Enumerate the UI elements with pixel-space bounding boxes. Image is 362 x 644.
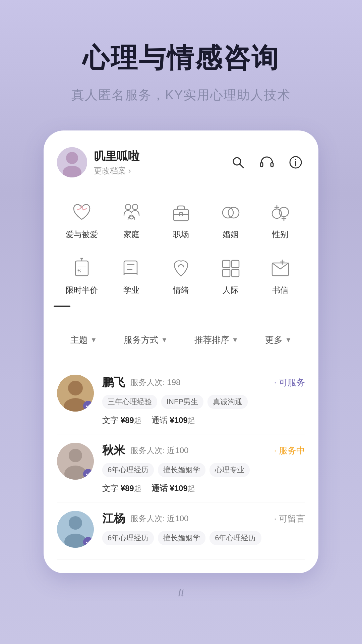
svg-point-43 xyxy=(69,516,82,530)
consultant-header-jiangyang: 江杨 服务人次: 近100 · 可留言 xyxy=(102,511,305,526)
consultant-count-pengfei: 服务人次: 198 xyxy=(130,377,180,388)
active-tab-indicator xyxy=(54,306,70,307)
filter-sort-label: 推荐排序 xyxy=(194,334,229,346)
filter-more-arrow: ▼ xyxy=(285,336,292,344)
search-icon[interactable] xyxy=(229,153,247,172)
call-price-qiumi: 通话 ¥109起 xyxy=(152,483,195,494)
filter-theme-arrow: ▼ xyxy=(90,336,97,344)
category-social[interactable]: 人际 xyxy=(206,250,255,302)
category-marriage[interactable]: 婚姻 xyxy=(206,194,255,247)
svg-text:½: ½ xyxy=(77,268,81,273)
profile-icons xyxy=(229,153,305,172)
tag-jiangyang-0: 6年心理经历 xyxy=(102,531,154,545)
svg-line-4 xyxy=(240,164,243,168)
consultant-card-jiangyang[interactable]: 江杨 服务人次: 近100 · 可留言 6年心理经历 擅长婚姻学 6年心理经历 xyxy=(57,502,305,560)
filter-service-type[interactable]: 服务方式 ▼ xyxy=(124,334,168,346)
consultant-name-jiangyang: 江杨 xyxy=(102,511,125,526)
work-icon xyxy=(169,201,193,224)
main-title: 心理与情感咨询 xyxy=(20,40,342,76)
consultant-tags-jiangyang: 6年心理经历 擅长婚姻学 6年心理经历 xyxy=(102,531,305,545)
consultant-name-pengfei: 鹏飞 xyxy=(102,375,125,390)
consultant-avatar-qiumi xyxy=(57,443,94,480)
consultant-status-pengfei: · 可服务 xyxy=(274,377,305,388)
svg-point-1 xyxy=(66,152,78,164)
discount-icon: ½ xyxy=(70,257,94,280)
consultant-tags-qiumi: 6年心理经历 擅长婚姻学 心理专业 xyxy=(102,463,305,477)
tag-qiumi-1: 擅长婚姻学 xyxy=(158,463,205,477)
consultant-avatar-pengfei xyxy=(57,375,94,412)
call-price-label2: 通话 xyxy=(152,484,170,493)
category-love-label: 爱与被爱 xyxy=(66,229,98,240)
svg-rect-29 xyxy=(223,260,230,268)
headphone-icon[interactable] xyxy=(257,153,276,172)
category-discount-label: 限时半价 xyxy=(66,285,98,296)
category-gender-label: 性别 xyxy=(272,229,288,240)
tag-qiumi-2: 心理专业 xyxy=(209,463,250,477)
filter-theme-label: 主题 xyxy=(70,334,88,346)
category-emotion[interactable]: 情绪 xyxy=(156,250,206,302)
filter-sort[interactable]: 推荐排序 ▼ xyxy=(194,334,239,346)
consultant-card-qiumi[interactable]: 秋米 服务人次: 近100 · 服务中 6年心理经历 擅长婚姻学 心理专业 文字… xyxy=(57,434,305,502)
filter-bar: 主题 ▼ 服务方式 ▼ 推荐排序 ▼ 更多 ▼ xyxy=(57,327,305,356)
consultant-count-jiangyang: 服务人次: 近100 xyxy=(130,513,188,524)
profile-edit-link[interactable]: 更改档案 › xyxy=(94,165,139,176)
consultant-name-qiumi: 秋米 xyxy=(102,443,125,458)
svg-rect-5 xyxy=(260,163,263,167)
category-grid-row2: ½ 限时半价 学业 xyxy=(57,250,305,302)
category-study[interactable]: 学业 xyxy=(107,250,156,302)
category-gender[interactable]: 性别 xyxy=(255,194,305,247)
consultant-avatar-jiangyang xyxy=(57,511,94,548)
call-price-label: 通话 xyxy=(152,416,170,425)
svg-rect-13 xyxy=(174,209,188,221)
bottom-hint: It xyxy=(178,573,184,606)
category-love[interactable]: 爱与被爱 xyxy=(57,194,107,247)
call-price-pengfei: 通话 ¥109起 xyxy=(152,415,195,426)
category-family[interactable]: 家庭 xyxy=(107,194,156,247)
user-avatar[interactable] xyxy=(57,147,87,177)
filter-service-arrow: ▼ xyxy=(161,336,168,344)
tag-qiumi-0: 6年心理经历 xyxy=(102,463,154,477)
filter-theme[interactable]: 主题 ▼ xyxy=(70,334,97,346)
tag-jiangyang-2: 6年心理经历 xyxy=(209,531,261,545)
category-discount[interactable]: ½ 限时半价 xyxy=(57,250,107,302)
category-social-label: 人际 xyxy=(223,285,239,296)
category-work[interactable]: 职场 xyxy=(156,194,206,247)
consultant-name-row-pengfei: 鹏飞 服务人次: 198 xyxy=(102,375,180,390)
svg-rect-32 xyxy=(232,269,239,277)
svg-point-9 xyxy=(295,159,296,160)
social-icon xyxy=(219,257,242,280)
svg-point-18 xyxy=(272,209,282,218)
category-grid-row1: 爱与被爱 家庭 xyxy=(57,194,305,247)
category-study-label: 学业 xyxy=(123,285,139,296)
phone-mockup: 叽里呱啦 更改档案 › xyxy=(44,130,318,573)
filter-more[interactable]: 更多 ▼ xyxy=(265,334,292,346)
text-price-label: 文字 xyxy=(102,416,121,425)
consultant-status-qiumi: · 服务中 xyxy=(274,445,305,457)
emotion-icon xyxy=(169,257,193,280)
consultant-tags-pengfei: 三年心理经验 INFP男生 真诚沟通 xyxy=(102,395,305,409)
study-icon xyxy=(120,257,143,280)
info-icon[interactable] xyxy=(286,153,305,172)
svg-rect-6 xyxy=(271,163,273,167)
tag-pengfei-1: INFP男生 xyxy=(161,395,203,409)
svg-point-10 xyxy=(125,204,131,210)
consultant-name-row-qiumi: 秋米 服务人次: 近100 xyxy=(102,443,188,458)
category-letter-label: 书信 xyxy=(272,285,288,296)
text-price-qiumi: 文字 ¥89起 xyxy=(102,483,141,494)
consultant-header-pengfei: 鹏飞 服务人次: 198 · 可服务 xyxy=(102,375,305,390)
bottom-text: It xyxy=(178,587,184,599)
verified-badge-jiangyang xyxy=(83,537,93,547)
tag-pengfei-2: 真诚沟通 xyxy=(207,395,248,409)
profile-header: 叽里呱啦 更改档案 › xyxy=(57,147,305,177)
filter-sort-arrow: ▼ xyxy=(232,336,239,344)
category-letter[interactable]: 书信 xyxy=(255,250,305,302)
tag-pengfei-0: 三年心理经验 xyxy=(102,395,157,409)
tag-jiangyang-1: 擅长婚姻学 xyxy=(158,531,205,545)
consultant-name-row-jiangyang: 江杨 服务人次: 近100 xyxy=(102,511,188,526)
profile-left: 叽里呱啦 更改档案 › xyxy=(57,147,139,177)
filter-service-type-label: 服务方式 xyxy=(124,334,159,346)
consultant-prices-qiumi: 文字 ¥89起 通话 ¥109起 xyxy=(102,483,305,494)
consultant-card-pengfei[interactable]: 鹏飞 服务人次: 198 · 可服务 三年心理经验 INFP男生 真诚沟通 文字… xyxy=(57,366,305,434)
verified-badge-pengfei xyxy=(83,401,93,411)
text-price-label2: 文字 xyxy=(102,484,121,493)
